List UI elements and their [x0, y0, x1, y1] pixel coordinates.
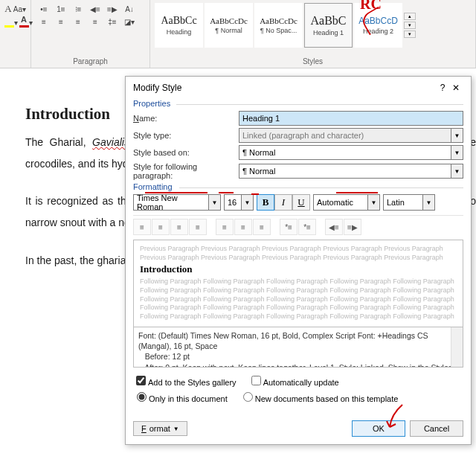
- shading-button[interactable]: ◪▾: [121, 16, 138, 28]
- style-following-label: Style for following paragraph:: [133, 162, 239, 180]
- highlight-button[interactable]: ▾: [4, 16, 18, 28]
- styles-expand[interactable]: ▴▾▾: [404, 3, 416, 48]
- sort-button[interactable]: A↓: [121, 3, 138, 15]
- styles-gallery[interactable]: AaBbCc Heading AaBbCcDc ¶ Normal AaBbCcD…: [155, 3, 471, 48]
- style-no-spacing[interactable]: AaBbCcDc ¶ No Spac...: [254, 3, 303, 48]
- only-this-document-radio[interactable]: Only in this document: [133, 390, 228, 403]
- dialog-titlebar[interactable]: Modify Style ? ✕: [126, 77, 471, 97]
- scrollbar[interactable]: [451, 327, 463, 367]
- add-to-gallery-checkbox[interactable]: Add to the Styles gallery: [133, 373, 237, 388]
- double-space-button[interactable]: ≡: [253, 219, 271, 235]
- align-right-button[interactable]: ≡: [170, 219, 188, 235]
- format-button[interactable]: FFormatormat ▼: [133, 421, 187, 436]
- align-center-button[interactable]: ≡: [152, 219, 170, 235]
- chevron-down-icon: ▼: [451, 128, 463, 143]
- close-button[interactable]: ✕: [448, 83, 463, 93]
- style-heading-1[interactable]: AaBbC Heading 1: [304, 3, 353, 48]
- style-type-dropdown: Linked (paragraph and character): [239, 128, 451, 143]
- help-button[interactable]: ?: [437, 83, 448, 93]
- align-center-button[interactable]: ≡: [53, 16, 69, 28]
- chevron-down-icon[interactable]: ▼: [451, 145, 463, 160]
- font-size-dropdown[interactable]: 16▼: [224, 194, 254, 211]
- paragraph-label: Paragraph: [36, 56, 145, 67]
- auto-update-checkbox[interactable]: Automatically update: [248, 373, 339, 388]
- style-heading-2[interactable]: AaBbCcD Heading 2: [354, 3, 402, 48]
- styles-group: AaBbCc Heading AaBbCcDc ¶ Normal AaBbCcD…: [150, 0, 476, 68]
- name-label: NName:ame:: [133, 114, 239, 123]
- style-based-on-label: Style based on:: [133, 148, 239, 157]
- style-description: Font: (Default) Times New Roman, 16 pt, …: [133, 327, 463, 368]
- new-documents-template-radio[interactable]: New documents based on this template: [239, 390, 399, 403]
- paragraph-format-toolbar: ≡ ≡ ≡ ≡ ≡ ≡ ≡ *≡ *≡ ◀≡ ≡▶: [133, 215, 463, 235]
- underline-button[interactable]: U: [292, 194, 310, 211]
- ribbon: A Aa▾ ▾ ▾ •≡ 1≡ ⁝≡ ◀≡ ≡▶ A↓ ≡ ≡ ≡ ≡ ‡≡ ◪…: [0, 0, 476, 68]
- change-case-button[interactable]: Aa▾: [13, 3, 26, 15]
- font-family-dropdown[interactable]: Times New Roman▼: [133, 194, 221, 211]
- styles-label: Styles: [155, 56, 471, 67]
- style-type-label: Style type:: [133, 131, 239, 140]
- single-space-button[interactable]: ≡: [216, 219, 234, 235]
- justify-button[interactable]: ≡: [87, 16, 103, 28]
- italic-button[interactable]: I: [274, 194, 292, 211]
- multilevel-button[interactable]: ⁝≡: [70, 3, 86, 15]
- space-before-up-button[interactable]: *≡: [280, 219, 298, 235]
- font-group: A Aa▾ ▾ ▾: [0, 0, 31, 68]
- align-left-button[interactable]: ≡: [133, 219, 151, 235]
- properties-section-label: Properties: [133, 99, 463, 108]
- onehalf-space-button[interactable]: ≡: [234, 219, 252, 235]
- chevron-down-icon[interactable]: ▼: [451, 164, 463, 179]
- justify-button[interactable]: ≡: [189, 219, 207, 235]
- style-based-on-dropdown[interactable]: ¶ Normal: [239, 145, 451, 160]
- script-dropdown[interactable]: Latin▼: [383, 194, 435, 211]
- grow-font-button[interactable]: A: [4, 3, 12, 15]
- line-spacing-button[interactable]: ‡≡: [104, 16, 120, 28]
- dialog-title: Modify Style: [133, 83, 181, 93]
- style-following-dropdown[interactable]: ¶ Normal: [239, 164, 451, 179]
- paragraph-group: •≡ 1≡ ⁝≡ ◀≡ ≡▶ A↓ ≡ ≡ ≡ ≡ ‡≡ ◪▾ Paragrap…: [31, 0, 150, 68]
- decrease-indent-button[interactable]: ◀≡: [87, 3, 103, 15]
- align-left-button[interactable]: ≡: [36, 16, 52, 28]
- style-heading[interactable]: AaBbCc Heading: [155, 3, 203, 48]
- align-right-button[interactable]: ≡: [70, 16, 86, 28]
- bold-button[interactable]: B: [257, 194, 274, 211]
- formatting-section-label: Formatting: [133, 182, 463, 191]
- decrease-indent-button[interactable]: ◀≡: [325, 219, 343, 235]
- style-normal[interactable]: AaBbCcDc ¶ Normal: [205, 3, 253, 48]
- space-before-down-button[interactable]: *≡: [298, 219, 316, 235]
- increase-indent-button[interactable]: ≡▶: [344, 219, 361, 235]
- numbering-button[interactable]: 1≡: [53, 3, 69, 15]
- cancel-button[interactable]: Cancel: [410, 420, 463, 437]
- ok-button[interactable]: OK: [352, 420, 405, 437]
- style-preview: Previous Paragraph Previous Paragraph Pr…: [133, 240, 463, 327]
- name-input[interactable]: Heading 1: [239, 111, 463, 126]
- font-color-dropdown[interactable]: Automatic▼: [313, 194, 380, 211]
- bullets-button[interactable]: •≡: [36, 3, 52, 15]
- increase-indent-button[interactable]: ≡▶: [104, 3, 120, 15]
- modify-style-dialog: Modify Style ? ✕ Properties NName:ame: H…: [125, 76, 472, 445]
